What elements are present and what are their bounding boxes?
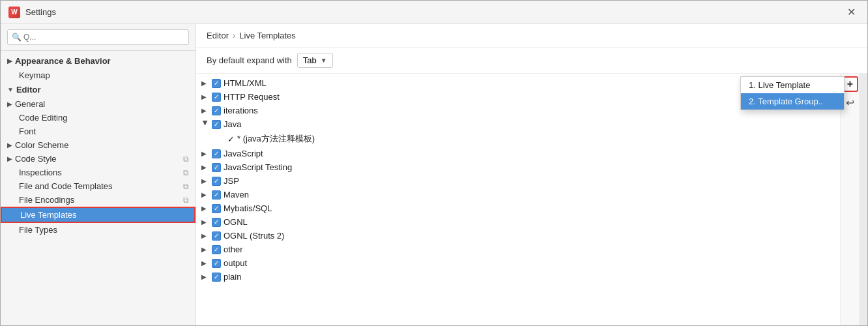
sidebar-item-color-scheme[interactable]: ▶ Color Scheme <box>1 138 195 152</box>
checkbox-icon[interactable]: ✓ <box>212 163 221 172</box>
sidebar-item-live-templates[interactable]: Live Templates <box>1 207 195 223</box>
arrow-icon: ▶ <box>201 273 209 280</box>
toolbar: By default expand with Tab ▼ <box>196 48 867 74</box>
sidebar-item-general[interactable]: ▶ General <box>1 97 195 111</box>
checkbox-icon[interactable]: ✓ <box>212 93 221 102</box>
scrollbar[interactable] <box>860 74 867 325</box>
list-item[interactable]: ▶ ✓ plain <box>196 270 840 284</box>
arrow-icon: ▶ <box>201 205 209 212</box>
checkbox-icon[interactable]: ✓ <box>212 204 221 213</box>
expand-dropdown[interactable]: Tab ▼ <box>297 53 333 68</box>
checkbox-icon[interactable]: ✓ <box>212 245 221 254</box>
list-item[interactable]: ▶ ✓ OGNL <box>196 215 840 229</box>
checkbox-icon[interactable]: ✓ <box>212 149 221 158</box>
arrow-icon: ▶ <box>201 246 209 253</box>
copy-icon: ⧉ <box>183 182 189 191</box>
dropdown-item-live-template[interactable]: 1. Live Template <box>741 77 844 93</box>
search-icon: 🔍 <box>12 33 22 42</box>
list-item[interactable]: ▶ ✓ OGNL (Struts 2) <box>196 229 840 243</box>
group-label: JavaScript <box>224 149 263 158</box>
group-label: output <box>224 258 247 268</box>
expand-value: Tab <box>303 55 317 65</box>
group-label: JavaScript Testing <box>224 162 292 172</box>
copy-icon: ⧉ <box>183 196 189 205</box>
add-button[interactable]: + <box>843 76 858 92</box>
group-label: Mybatis/SQL <box>224 203 272 213</box>
checkbox-icon[interactable]: ✓ <box>212 79 221 88</box>
list-item[interactable]: ▶ ✓ output <box>196 256 840 270</box>
search-input[interactable] <box>7 29 189 45</box>
sidebar-item-label: File and Code Templates <box>19 181 113 191</box>
arrow-icon: ▶ <box>201 150 209 157</box>
copy-icon: ⧉ <box>183 168 189 177</box>
arrow-icon: ▶ <box>7 57 12 65</box>
checkbox-icon[interactable]: ✓ <box>212 177 221 186</box>
group-label: Maven <box>224 190 249 200</box>
checkbox-icon[interactable]: ✓ <box>212 273 221 282</box>
close-button[interactable]: ✕ <box>843 5 860 20</box>
checkbox-icon[interactable]: ✓ <box>212 231 221 241</box>
copy-icon: ⧉ <box>183 155 189 164</box>
settings-window: W Settings ✕ 🔍 ▶ Appearance & Behavior <box>0 0 868 326</box>
group-label: OGNL (Struts 2) <box>224 231 284 241</box>
sidebar-item-label: Font <box>19 126 36 136</box>
arrow-icon: ▶ <box>201 259 209 267</box>
titlebar-left: W Settings <box>8 7 56 18</box>
dropdown-arrow-icon: ▼ <box>321 57 327 64</box>
group-label: HTTP Request <box>224 92 280 102</box>
checkbox-icon[interactable]: ✓ <box>212 218 221 227</box>
list-item[interactable]: ▶ ✓ Java <box>196 117 840 131</box>
main-content: 🔍 ▶ Appearance & Behavior Keymap ▼ <box>1 24 867 325</box>
list-item[interactable]: ▶ ✓ other <box>196 243 840 256</box>
list-item[interactable]: ▶ ✓ Mybatis/SQL <box>196 201 840 215</box>
breadcrumb-current: Live Templates <box>239 31 295 40</box>
list-item[interactable]: ✓ * (java方法注释模板) <box>196 131 840 147</box>
checkbox-icon[interactable]: ✓ <box>212 190 221 200</box>
template-list: ▶ ✓ HTML/XML ▶ ✓ HTTP Request ▶ ✓ it <box>196 74 840 325</box>
checkbox-icon[interactable]: ✓ <box>212 259 221 268</box>
sidebar-item-label: Editor <box>16 85 41 95</box>
sidebar-item-label: General <box>15 99 45 109</box>
sidebar-item-keymap[interactable]: Keymap <box>1 68 195 82</box>
sidebar-item-label: File Types <box>19 225 57 235</box>
sidebar-item-appearance[interactable]: ▶ Appearance & Behavior <box>1 53 195 68</box>
sidebar: 🔍 ▶ Appearance & Behavior Keymap ▼ <box>1 24 196 325</box>
group-label: iterations <box>224 106 258 115</box>
main-panel: Editor › Live Templates By default expan… <box>196 24 867 325</box>
arrow-icon: ▶ <box>202 121 209 128</box>
window-title: Settings <box>25 7 56 17</box>
sidebar-item-file-types[interactable]: File Types <box>1 223 195 237</box>
arrow-icon: ▶ <box>201 232 209 239</box>
arrow-icon: ▶ <box>201 93 209 100</box>
checkbox-icon[interactable]: ✓ <box>227 134 235 144</box>
app-icon: W <box>8 7 20 18</box>
titlebar: W Settings ✕ <box>1 1 867 24</box>
sidebar-item-font[interactable]: Font <box>1 125 195 138</box>
list-item[interactable]: ▶ ✓ JavaScript Testing <box>196 160 840 174</box>
sidebar-item-inspections[interactable]: Inspections ⧉ <box>1 166 195 179</box>
dropdown-item-template-group[interactable]: 2. Template Group.. <box>741 93 844 110</box>
arrow-icon: ▶ <box>201 80 209 87</box>
group-label: HTML/XML <box>224 78 267 88</box>
arrow-icon: ▶ <box>7 100 12 108</box>
list-item[interactable]: ▶ ✓ Maven <box>196 188 840 201</box>
list-item[interactable]: ▶ ✓ JavaScript <box>196 147 840 160</box>
sidebar-item-file-encodings[interactable]: File Encodings ⧉ <box>1 193 195 207</box>
group-label: other <box>224 244 243 254</box>
sidebar-item-label: Inspections <box>19 168 62 177</box>
checkbox-icon[interactable]: ✓ <box>212 120 221 129</box>
sidebar-item-code-style[interactable]: ▶ Code Style ⧉ <box>1 152 195 166</box>
arrow-icon: ▼ <box>7 86 14 93</box>
checkbox-icon[interactable]: ✓ <box>212 106 221 115</box>
list-item[interactable]: ▶ ✓ JSP <box>196 174 840 188</box>
sidebar-item-label: Code Editing <box>19 113 67 123</box>
revert-button[interactable]: ↩ <box>843 95 858 110</box>
sidebar-item-editor[interactable]: ▼ Editor <box>1 82 195 97</box>
group-label: Java <box>224 119 241 129</box>
sidebar-item-file-code-templates[interactable]: File and Code Templates ⧉ <box>1 179 195 193</box>
arrow-icon: ▶ <box>7 155 12 162</box>
breadcrumb: Editor › Live Templates <box>196 24 867 48</box>
sidebar-item-code-editing[interactable]: Code Editing <box>1 111 195 125</box>
expand-label: By default expand with <box>207 55 292 65</box>
arrow-icon: ▶ <box>201 107 209 114</box>
